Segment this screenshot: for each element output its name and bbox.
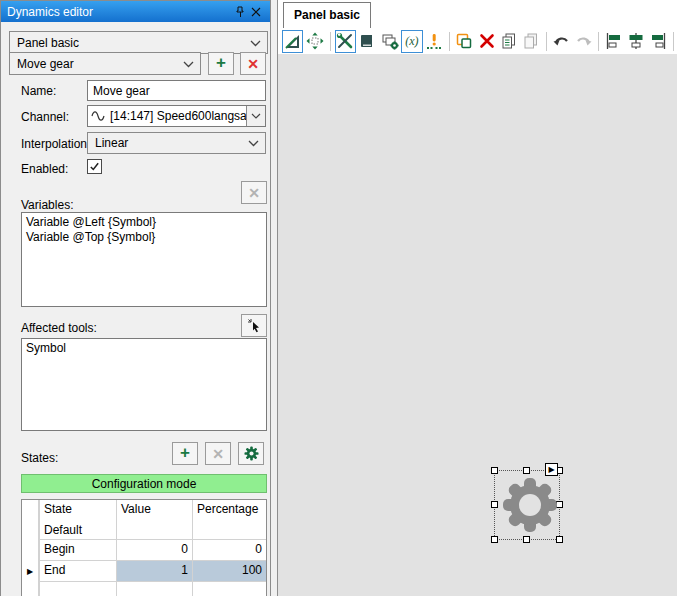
channel-dropdown-button[interactable] <box>246 106 265 126</box>
add-dynamic-button[interactable]: + <box>208 52 234 75</box>
affected-tools-listbox[interactable]: Symbol <box>21 338 267 431</box>
move-tool-button[interactable] <box>304 30 325 53</box>
list-item[interactable]: Variable @Top {Symbol} <box>22 230 266 245</box>
overlap-squares-button[interactable] <box>454 30 475 53</box>
table-filler <box>192 582 266 596</box>
column-header-value[interactable]: Value <box>116 500 192 521</box>
resize-handle-sw[interactable] <box>491 536 498 543</box>
labels-button[interactable] <box>357 30 378 53</box>
align-right-button[interactable] <box>648 30 669 53</box>
list-item[interactable]: Variable @Left {Symbol} <box>22 215 266 230</box>
table-cell-selected[interactable]: 1 <box>116 561 192 582</box>
table-filler <box>39 582 116 596</box>
interpolation-value: Linear <box>95 136 128 150</box>
variables-label: Variables: <box>21 198 73 212</box>
panel-splitter[interactable] <box>271 0 278 596</box>
pick-cursor-icon <box>247 318 262 333</box>
name-field[interactable] <box>87 80 266 101</box>
resize-handle-s[interactable] <box>523 536 530 543</box>
close-icon[interactable] <box>248 4 264 20</box>
table-row[interactable]: Default <box>39 521 116 540</box>
resize-handle-w[interactable] <box>491 501 498 508</box>
panel-title: Dynamics editor <box>7 5 232 19</box>
resize-handle-se[interactable] <box>556 536 563 543</box>
column-header-percentage[interactable]: Percentage <box>192 500 266 521</box>
book-icon <box>358 32 376 50</box>
chevron-down-icon <box>183 57 194 71</box>
play-icon: ▶ <box>548 466 554 474</box>
add-state-button[interactable]: + <box>172 442 198 465</box>
delete-icon <box>479 33 495 49</box>
toolbar-separator <box>546 32 547 51</box>
delete-button[interactable] <box>476 30 497 53</box>
set-value-button[interactable] <box>424 30 445 53</box>
table-row[interactable]: Begin <box>39 540 116 561</box>
align-left-button[interactable] <box>603 30 624 53</box>
resize-handle-n[interactable] <box>523 467 530 474</box>
affected-tools-label: Affected tools: <box>21 321 97 335</box>
plus-icon: + <box>216 54 226 71</box>
row-selector[interactable] <box>22 540 39 561</box>
remove-variable-button[interactable]: ✕ <box>241 181 267 204</box>
channel-label: Channel: <box>21 110 69 124</box>
enabled-checkbox[interactable] <box>87 159 102 174</box>
editor-toolbar: (x) <box>282 28 677 54</box>
channel-combo[interactable]: [14:147] Speed600langsa <box>87 105 266 127</box>
application-window: Dynamics editor Panel basic Move gear + <box>0 0 677 596</box>
configuration-mode-button[interactable]: Configuration mode <box>21 474 267 493</box>
variables-listbox[interactable]: Variable @Left {Symbol} Variable @Top {S… <box>21 212 267 307</box>
enabled-label: Enabled: <box>21 162 68 176</box>
row-selector-active[interactable]: ▶ <box>22 561 39 582</box>
panels-settings-icon <box>381 32 399 50</box>
redo-button[interactable] <box>573 30 594 53</box>
table-cell[interactable]: 0 <box>116 540 192 561</box>
set-value-icon <box>425 32 443 50</box>
row-selector[interactable] <box>22 521 39 540</box>
work-area: Panel basic <box>278 0 677 596</box>
design-mode-button[interactable] <box>282 30 303 53</box>
paste-button[interactable] <box>521 30 542 53</box>
undo-icon <box>552 32 570 50</box>
dynamics-editor-panel: Dynamics editor Panel basic Move gear + <box>0 0 271 596</box>
delete-x-icon: ✕ <box>248 186 260 200</box>
copy-button[interactable] <box>498 30 519 53</box>
table-cell[interactable]: 0 <box>192 540 266 561</box>
align-center-button[interactable] <box>626 30 647 53</box>
table-cell[interactable] <box>192 521 266 540</box>
delete-dynamic-button[interactable]: ✕ <box>240 52 266 75</box>
dynamic-select-value: Move gear <box>17 57 74 71</box>
pick-tool-button[interactable] <box>241 314 267 337</box>
dynamic-select-dropdown[interactable]: Move gear <box>9 52 201 75</box>
function-button[interactable]: (x) <box>401 30 422 53</box>
resize-handle-nw[interactable] <box>491 467 498 474</box>
table-filler <box>22 582 39 596</box>
move-tool-icon <box>306 32 324 50</box>
state-settings-button[interactable] <box>238 442 264 465</box>
tab-panel-basic[interactable]: Panel basic <box>283 2 371 28</box>
redo-icon <box>575 32 593 50</box>
design-canvas[interactable]: ▶ <box>278 54 677 596</box>
panels-settings-button[interactable] <box>379 30 400 53</box>
tools-button[interactable] <box>335 30 356 53</box>
table-cell[interactable] <box>116 521 192 540</box>
gear-symbol[interactable] <box>502 477 558 533</box>
undo-button[interactable] <box>551 30 572 53</box>
gear-icon <box>244 446 259 461</box>
name-label: Name: <box>21 84 56 98</box>
delete-state-button[interactable]: ✕ <box>205 442 231 465</box>
list-item[interactable]: Symbol <box>22 341 266 356</box>
table-row[interactable]: End <box>39 561 116 582</box>
function-x-icon: (x) <box>405 34 418 49</box>
dynamics-editor-titlebar[interactable]: Dynamics editor <box>1 1 270 22</box>
current-row-marker-icon: ▶ <box>27 567 33 576</box>
table-cell-selected[interactable]: 100 <box>192 561 266 582</box>
sine-wave-icon <box>91 109 107 123</box>
panel-select-dropdown[interactable]: Panel basic <box>9 31 268 54</box>
column-header-state[interactable]: State <box>39 500 116 521</box>
interpolation-dropdown[interactable]: Linear <box>87 132 266 154</box>
align-center-icon <box>627 32 645 50</box>
copy-icon <box>500 32 518 50</box>
pin-icon[interactable] <box>232 4 248 20</box>
align-right-icon <box>649 32 667 50</box>
smart-tag-button[interactable]: ▶ <box>545 463 558 476</box>
